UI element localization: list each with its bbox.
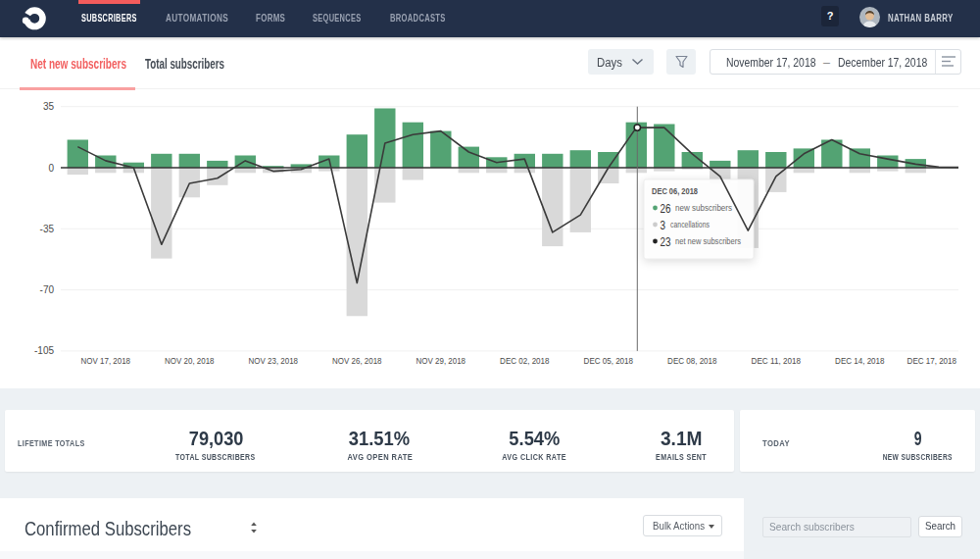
svg-text:DEC 06, 2018: DEC 06, 2018 bbox=[652, 186, 698, 196]
svg-text:DEC 02, 2018: DEC 02, 2018 bbox=[500, 355, 549, 366]
svg-text:26: 26 bbox=[661, 202, 671, 216]
svg-text:new subscribers: new subscribers bbox=[675, 203, 732, 213]
svg-text:23: 23 bbox=[661, 235, 671, 249]
svg-text:-70: -70 bbox=[40, 284, 55, 295]
svg-text:0: 0 bbox=[48, 163, 54, 174]
svg-text:DEC 17, 2018: DEC 17, 2018 bbox=[907, 355, 956, 366]
svg-text:DEC 14, 2018: DEC 14, 2018 bbox=[835, 355, 884, 366]
svg-text:NOV 26, 2018: NOV 26, 2018 bbox=[332, 355, 381, 366]
svg-text:DEC 11, 2018: DEC 11, 2018 bbox=[752, 355, 801, 366]
svg-text:NOV 23, 2018: NOV 23, 2018 bbox=[249, 355, 298, 366]
svg-text:-35: -35 bbox=[40, 224, 55, 234]
svg-text:DEC 05, 2018: DEC 05, 2018 bbox=[584, 355, 633, 366]
svg-text:DEC 08, 2018: DEC 08, 2018 bbox=[667, 355, 716, 366]
svg-text:NOV 20, 2018: NOV 20, 2018 bbox=[165, 355, 214, 366]
svg-text:net new subscribers: net new subscribers bbox=[675, 236, 741, 246]
svg-text:35: 35 bbox=[43, 101, 55, 112]
svg-text:3: 3 bbox=[661, 219, 666, 232]
svg-text:NOV 29, 2018: NOV 29, 2018 bbox=[416, 355, 466, 366]
svg-text:cancellations: cancellations bbox=[670, 220, 710, 229]
svg-text:-105: -105 bbox=[34, 345, 54, 356]
svg-text:NOV 17, 2018: NOV 17, 2018 bbox=[81, 355, 130, 366]
